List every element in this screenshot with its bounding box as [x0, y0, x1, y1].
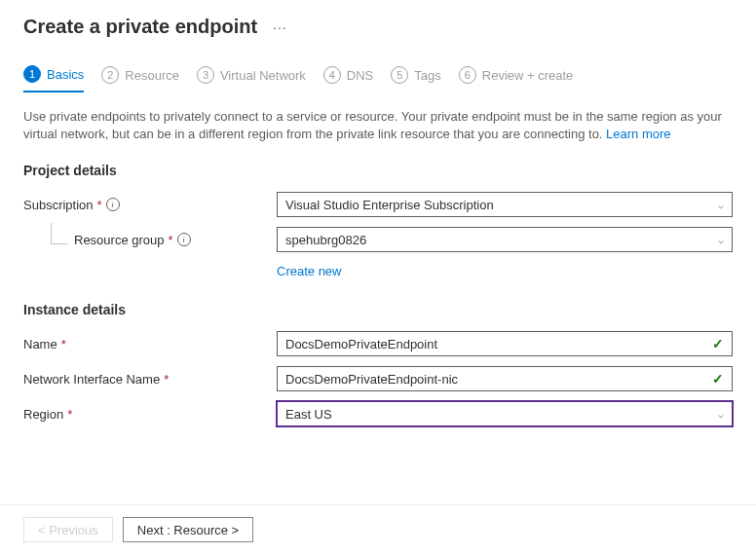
nic-name-label: Network Interface Name *	[23, 372, 277, 387]
check-icon: ✓	[712, 336, 724, 351]
region-label: Region *	[23, 407, 277, 422]
tab-review-create[interactable]: 6 Review + create	[459, 65, 574, 92]
required-star-icon: *	[169, 233, 173, 247]
tab-dns[interactable]: 4 DNS	[323, 65, 373, 92]
page-header: Create a private endpoint ···	[0, 0, 756, 48]
info-icon[interactable]: i	[177, 233, 191, 246]
name-value: DocsDemoPrivateEndpoint	[285, 337, 437, 351]
section-project-details-title: Project details	[23, 163, 733, 178]
nic-name-value: DocsDemoPrivateEndpoint-nic	[285, 372, 458, 387]
tab-description: Use private endpoints to privately conne…	[23, 108, 733, 143]
required-star-icon: *	[164, 372, 169, 387]
required-star-icon: *	[97, 198, 102, 212]
field-subscription: Subscription * i Visual Studio Enterpris…	[23, 192, 733, 217]
next-button[interactable]: Next : Resource >	[123, 517, 253, 542]
more-actions-icon[interactable]: ···	[273, 19, 287, 35]
subscription-value: Visual Studio Enterprise Subscription	[285, 198, 494, 212]
tab-number: 2	[101, 66, 119, 84]
name-label: Name *	[23, 337, 277, 351]
content-area: Use private endpoints to privately conne…	[0, 92, 756, 426]
field-region: Region * East US ⌵	[23, 401, 733, 426]
tab-label: DNS	[347, 68, 373, 83]
field-nic-name: Network Interface Name * DocsDemoPrivate…	[23, 366, 733, 391]
create-new-resource-group-link[interactable]: Create new	[277, 264, 341, 278]
resource-group-value: spehubrg0826	[285, 233, 366, 247]
page-title: Create a private endpoint	[23, 16, 257, 38]
tab-resource[interactable]: 2 Resource	[101, 65, 179, 92]
tab-number: 6	[459, 66, 476, 84]
field-resource-group: Resource group * i spehubrg0826 ⌵	[23, 227, 733, 252]
tab-label: Review + create	[482, 68, 574, 83]
tab-tags[interactable]: 5 Tags	[391, 65, 440, 92]
tab-label: Basics	[47, 67, 84, 82]
tab-number: 5	[391, 66, 408, 84]
check-icon: ✓	[712, 371, 724, 387]
subscription-label: Subscription * i	[23, 198, 277, 212]
nic-name-input[interactable]: DocsDemoPrivateEndpoint-nic ✓	[277, 366, 733, 391]
tab-number: 3	[197, 66, 214, 84]
resource-group-label: Resource group * i	[23, 233, 277, 247]
subscription-select[interactable]: Visual Studio Enterprise Subscription ⌵	[277, 192, 733, 217]
region-value: East US	[285, 407, 332, 422]
chevron-down-icon: ⌵	[718, 235, 724, 245]
name-input[interactable]: DocsDemoPrivateEndpoint ✓	[277, 331, 733, 356]
chevron-down-icon: ⌵	[718, 200, 724, 210]
tree-connector-icon	[51, 223, 68, 244]
chevron-down-icon: ⌵	[718, 409, 724, 420]
tab-number: 4	[323, 66, 341, 84]
required-star-icon: *	[67, 407, 72, 422]
resource-group-select[interactable]: spehubrg0826 ⌵	[277, 227, 733, 252]
wizard-tabs: 1 Basics 2 Resource 3 Virtual Network 4 …	[0, 48, 756, 92]
region-select[interactable]: East US ⌵	[277, 401, 733, 426]
tab-number: 1	[23, 65, 41, 83]
previous-button: < Previous	[23, 517, 113, 542]
tab-label: Tags	[414, 68, 440, 83]
required-star-icon: *	[61, 337, 66, 351]
info-icon[interactable]: i	[106, 198, 120, 211]
tab-label: Resource	[125, 68, 179, 83]
tab-label: Virtual Network	[220, 68, 306, 83]
section-instance-details-title: Instance details	[23, 302, 733, 317]
tab-basics[interactable]: 1 Basics	[23, 65, 84, 92]
learn-more-link[interactable]: Learn more	[606, 127, 670, 141]
field-name: Name * DocsDemoPrivateEndpoint ✓	[23, 331, 733, 356]
tab-virtual-network[interactable]: 3 Virtual Network	[197, 65, 306, 92]
wizard-footer: < Previous Next : Resource >	[0, 504, 756, 554]
